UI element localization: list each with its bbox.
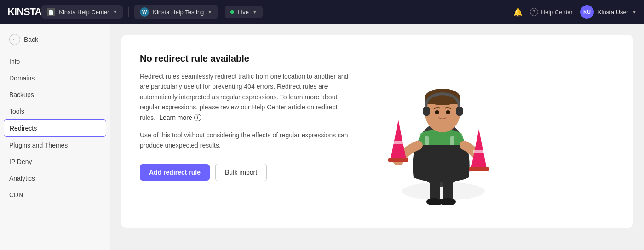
- site2-selector[interactable]: W Kinsta Help Testing ▼: [134, 5, 218, 19]
- wordpress-icon: W: [140, 7, 149, 17]
- site2-label: Kinsta Help Testing: [153, 9, 204, 16]
- learn-more-link[interactable]: Learn more i: [159, 113, 201, 123]
- topnav-right: 🔔 ? Help Center KU Kinsta User ▼: [513, 5, 637, 19]
- sidebar: ← Back Info Domains Backups Tools Redire…: [0, 24, 110, 250]
- sidebar-item-redirects[interactable]: Redirects: [4, 119, 106, 137]
- svg-rect-21: [443, 176, 453, 202]
- site1-icon: 📄: [47, 8, 55, 16]
- svg-rect-16: [392, 141, 404, 144]
- site1-chevron-icon: ▼: [113, 10, 117, 15]
- svg-point-11: [446, 110, 450, 114]
- env-chevron-icon: ▼: [253, 10, 257, 15]
- site2-chevron-icon: ▼: [207, 10, 212, 15]
- sidebar-item-tools[interactable]: Tools: [0, 103, 110, 119]
- svg-rect-20: [430, 176, 440, 202]
- page-title: No redirect rule available: [140, 53, 351, 64]
- layout: ← Back Info Domains Backups Tools Redire…: [0, 24, 644, 250]
- illustration: [370, 53, 499, 210]
- kinsta-logo: KINSTA: [7, 6, 41, 18]
- sidebar-item-info[interactable]: Info: [0, 53, 110, 70]
- info-circle-icon: i: [194, 114, 201, 121]
- sidebar-item-analytics[interactable]: Analytics: [0, 170, 110, 187]
- user-menu[interactable]: KU Kinsta User ▼: [580, 5, 637, 19]
- sidebar-item-plugins-themes[interactable]: Plugins and Themes: [0, 137, 110, 153]
- content-card: No redirect rule available Redirect rule…: [121, 35, 633, 228]
- svg-rect-8: [423, 107, 430, 116]
- back-label: Back: [24, 36, 38, 43]
- sidebar-item-ip-deny[interactable]: IP Deny: [0, 153, 110, 170]
- back-arrow-icon: ←: [9, 34, 20, 45]
- add-redirect-rule-button[interactable]: Add redirect rule: [140, 164, 210, 181]
- svg-rect-19: [473, 150, 485, 153]
- user-chevron-icon: ▼: [632, 10, 637, 15]
- sidebar-item-backups[interactable]: Backups: [0, 86, 110, 103]
- bulk-import-button[interactable]: Bulk import: [215, 164, 267, 181]
- svg-point-10: [435, 110, 439, 114]
- back-button[interactable]: ← Back: [0, 31, 110, 48]
- user-label: Kinsta User: [598, 9, 628, 16]
- topnav: KINSTA 📄 Kinsta Help Center ▼ W Kinsta H…: [0, 0, 644, 24]
- sidebar-item-cdn[interactable]: CDN: [0, 187, 110, 203]
- notification-bell-icon[interactable]: 🔔: [513, 8, 523, 17]
- help-label: Help Center: [541, 9, 573, 16]
- site1-selector[interactable]: 📄 Kinsta Help Center ▼: [41, 5, 123, 19]
- main-content: No redirect rule available Redirect rule…: [110, 24, 644, 250]
- help-center-link[interactable]: ? Help Center: [530, 8, 573, 16]
- env-selector[interactable]: Live ▼: [225, 6, 263, 18]
- svg-point-23: [439, 198, 456, 205]
- svg-rect-15: [388, 158, 408, 162]
- svg-rect-18: [469, 167, 489, 171]
- avatar: KU: [580, 5, 594, 19]
- person-illustration: [370, 53, 499, 210]
- action-buttons: Add redirect rule Bulk import: [140, 164, 351, 181]
- topnav-divider: [128, 7, 129, 17]
- content-text-area: No redirect rule available Redirect rule…: [140, 53, 351, 181]
- description-2: Use of this tool without considering the…: [140, 130, 351, 151]
- svg-rect-9: [456, 107, 463, 116]
- env-status-label: Live: [238, 9, 249, 16]
- description-1: Redirect rules seamlessly redirect traff…: [140, 71, 351, 123]
- sidebar-item-domains[interactable]: Domains: [0, 70, 110, 86]
- live-status-dot: [230, 10, 234, 14]
- site1-label: Kinsta Help Center: [59, 9, 109, 16]
- help-circle-icon: ?: [530, 8, 538, 16]
- svg-marker-14: [391, 120, 406, 159]
